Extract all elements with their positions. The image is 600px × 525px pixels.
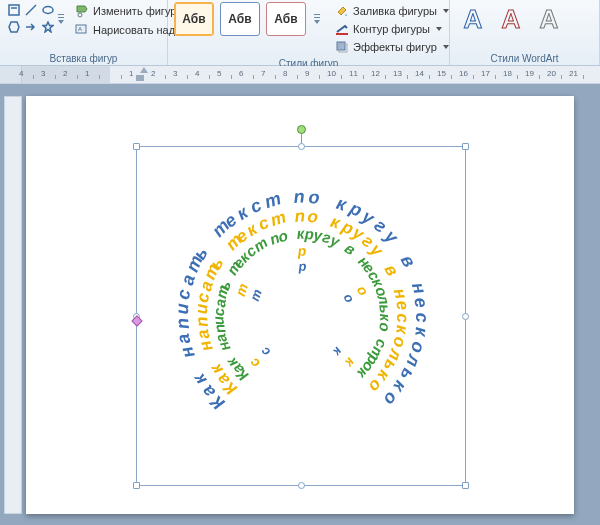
outline-icon (335, 22, 349, 36)
svg-point-7 (78, 13, 82, 17)
document-canvas[interactable]: Как написать текст по кругу в несколькоК… (0, 84, 600, 525)
shape-style-preset-3[interactable]: Абв (266, 2, 306, 36)
fill-icon (335, 4, 349, 18)
shape-gallery[interactable] (6, 2, 56, 39)
group-wordart-styles: A A A Стили WordArt (450, 0, 600, 65)
svg-text:A: A (78, 26, 82, 32)
svg-line-2 (26, 5, 36, 15)
chevron-down-icon (443, 45, 449, 49)
group-label-insert-shapes: Вставка фигур (6, 51, 161, 64)
shape-fill-button[interactable]: Заливка фигуры (330, 2, 454, 20)
resize-handle-sw[interactable] (133, 482, 140, 489)
resize-handle-s[interactable] (298, 482, 305, 489)
shape-style-preset-1[interactable]: Абв (174, 2, 214, 36)
shape-style-more[interactable] (312, 2, 322, 36)
star-icon (42, 21, 54, 33)
svg-marker-5 (43, 22, 53, 32)
arrow-icon (25, 21, 37, 33)
line-icon (25, 4, 37, 16)
shape-style-preset-2[interactable]: Абв (220, 2, 260, 36)
oval-icon (42, 4, 54, 16)
rotate-handle[interactable] (297, 125, 306, 134)
svg-rect-10 (336, 33, 348, 35)
wordart-preset-2[interactable]: A (494, 2, 528, 36)
ribbon: Изменить фигуру A Нарисовать надпись Вст… (0, 0, 600, 66)
resize-handle-n[interactable] (298, 143, 305, 150)
vertical-ruler[interactable] (4, 96, 22, 514)
svg-marker-6 (77, 6, 87, 12)
chevron-down-icon (443, 9, 449, 13)
hex-icon (8, 21, 20, 33)
page[interactable]: Как написать текст по кругу в несколькоК… (26, 96, 574, 514)
group-shape-styles: Абв Абв Абв Заливка фигуры Контур фигуры (168, 0, 450, 65)
shape-effects-button[interactable]: Эффекты фигур (330, 38, 454, 56)
chevron-down-icon (436, 27, 442, 31)
horizontal-ruler[interactable]: 4321123456789101112131415161718192021 (0, 66, 600, 84)
effects-icon (335, 40, 349, 54)
wordart-gallery[interactable]: A A A (456, 2, 593, 36)
shape-outline-button[interactable]: Контур фигуры (330, 20, 454, 38)
svg-marker-4 (9, 22, 19, 32)
svg-point-3 (43, 7, 53, 14)
shape-outline-label: Контур фигуры (353, 23, 430, 35)
resize-handle-ne[interactable] (462, 143, 469, 150)
wordart-preset-3[interactable]: A (532, 2, 566, 36)
shape-fill-label: Заливка фигуры (353, 5, 437, 17)
resize-handle-se[interactable] (462, 482, 469, 489)
shape-gallery-more[interactable] (58, 2, 64, 36)
edit-shape-icon (75, 4, 89, 18)
textbox-icon (8, 4, 20, 16)
textbox-draw-icon: A (75, 23, 89, 37)
group-label-wordart: Стили WordArt (456, 51, 593, 64)
shape-effects-label: Эффекты фигур (353, 41, 437, 53)
resize-handle-e[interactable] (462, 313, 469, 320)
group-insert-shapes: Изменить фигуру A Нарисовать надпись Вст… (0, 0, 168, 65)
shape-style-gallery[interactable]: Абв Абв Абв (174, 2, 322, 36)
svg-rect-11 (337, 42, 345, 50)
resize-handle-nw[interactable] (133, 143, 140, 150)
wordart-preset-1[interactable]: A (456, 2, 490, 36)
svg-rect-0 (9, 5, 19, 15)
